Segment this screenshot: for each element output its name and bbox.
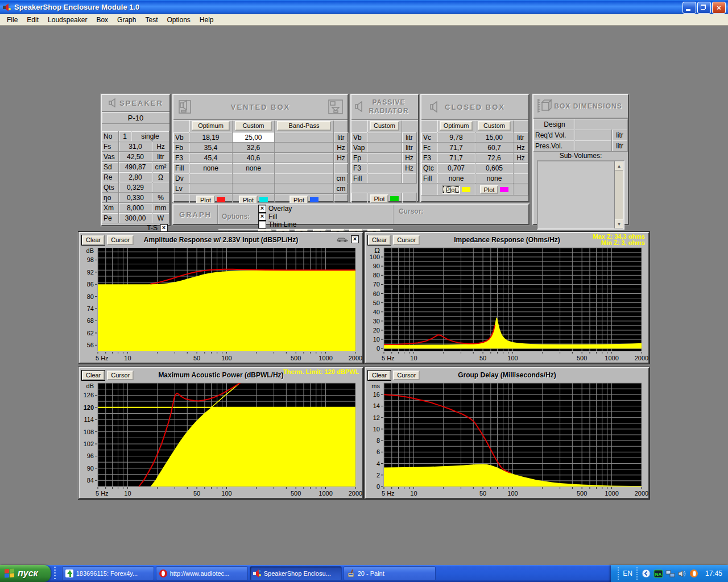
- network-icon[interactable]: [665, 569, 675, 579]
- scroll-up-button[interactable]: ▲: [615, 161, 623, 171]
- max-power-plot-area[interactable]: 849096102108114120126dB5 Hz1050100500100…: [80, 382, 362, 498]
- vented-value-cell[interactable]: 25,00: [233, 132, 275, 143]
- closed-plot-button-2[interactable]: Plot: [480, 185, 499, 194]
- car-response-checkbox[interactable]: ×: [351, 235, 359, 243]
- speaker-no-mode[interactable]: single: [131, 131, 169, 142]
- vented-value-cell[interactable]: [189, 173, 233, 184]
- vented-value-cell[interactable]: [275, 132, 334, 143]
- closed-value-cell[interactable]: 71,7: [437, 143, 475, 153]
- passive-value-cell[interactable]: [367, 153, 402, 163]
- max-power-clear-button[interactable]: Clear: [82, 371, 105, 380]
- closed-optimum-button[interactable]: Optimum: [440, 121, 473, 131]
- restore-button[interactable]: [697, 2, 711, 14]
- window-titlebar[interactable]: SpeakerShop Enclosure Module 1.0 ×: [0, 0, 728, 14]
- vented-value-cell[interactable]: none: [189, 163, 233, 173]
- amplitude-cursor-button[interactable]: Cursor: [107, 235, 134, 245]
- passive-plot-button-1[interactable]: Plot: [370, 194, 389, 203]
- vented-value-cell[interactable]: [275, 173, 334, 184]
- menu-graph[interactable]: Graph: [113, 15, 140, 25]
- impedance-plot-area[interactable]: 0102030405060708090100Ω5 Hz1050100500100…: [366, 247, 648, 363]
- start-button[interactable]: пуск: [0, 565, 51, 582]
- vented-value-cell[interactable]: [189, 184, 233, 194]
- passive-value-cell[interactable]: [367, 132, 402, 143]
- passive-value-cell[interactable]: [367, 143, 402, 153]
- minimize-button[interactable]: [682, 2, 696, 14]
- vented-bandpass-button[interactable]: Band-Pass: [277, 121, 331, 131]
- menu-file[interactable]: File: [2, 15, 22, 25]
- vented-value-cell[interactable]: 32,6: [233, 143, 275, 153]
- quick-launch-separator[interactable]: [52, 567, 57, 580]
- vented-value-cell[interactable]: 35,4: [189, 143, 233, 153]
- closed-value-cell[interactable]: none: [475, 173, 514, 184]
- vented-plot-button-3[interactable]: Plot: [289, 196, 308, 204]
- fill-checkbox[interactable]: ×: [258, 213, 266, 221]
- hide-icons-chevron[interactable]: [642, 569, 651, 579]
- task-forex[interactable]: 183696115: Forex4y...: [62, 566, 154, 581]
- menu-loudspeaker[interactable]: Loudspeaker: [43, 15, 92, 25]
- speaker-model[interactable]: P-10: [102, 112, 169, 124]
- vented-value-cell[interactable]: 40,6: [233, 153, 275, 163]
- design-button[interactable]: Design: [533, 119, 574, 130]
- tray-grip[interactable]: [618, 567, 619, 580]
- vented-value-cell[interactable]: [233, 173, 275, 184]
- impedance-cursor-button[interactable]: Cursor: [393, 235, 420, 245]
- param-value[interactable]: 0,330: [119, 193, 152, 203]
- passive-custom-button[interactable]: Custom: [370, 121, 399, 131]
- closed-value-cell[interactable]: 71,7: [437, 153, 475, 163]
- closed-plot-button-1[interactable]: Plot: [442, 185, 461, 194]
- vented-value-cell[interactable]: none: [233, 163, 275, 173]
- closed-value-cell[interactable]: 0,707: [437, 163, 475, 173]
- param-value[interactable]: 300,00: [119, 213, 152, 223]
- menu-edit[interactable]: Edit: [22, 15, 43, 25]
- menu-options[interactable]: Options: [162, 15, 195, 25]
- param-value[interactable]: 0,329: [119, 182, 152, 193]
- thin-line-checkbox[interactable]: [258, 221, 266, 228]
- task-speakershop[interactable]: SpeakerShop Enclosu...: [250, 566, 342, 581]
- vented-value-cell[interactable]: 45,4: [189, 153, 233, 163]
- param-value[interactable]: 42,50: [119, 152, 152, 162]
- menu-help[interactable]: Help: [195, 15, 218, 25]
- language-indicator[interactable]: EN: [623, 569, 632, 577]
- closed-custom-button[interactable]: Custom: [478, 121, 511, 131]
- volume-icon[interactable]: [677, 569, 687, 579]
- ts-checkbox[interactable]: ×: [160, 224, 168, 232]
- group-delay-clear-button[interactable]: Clear: [368, 371, 391, 380]
- amplitude-plot-area[interactable]: 5662687480869298dB5 Hz105010050010002000: [80, 247, 362, 363]
- vented-value-cell[interactable]: [275, 163, 334, 173]
- box-dim-value[interactable]: [574, 130, 612, 141]
- vented-plot-button-1[interactable]: Plot: [196, 196, 215, 204]
- scroll-down-button[interactable]: ▼: [615, 219, 623, 228]
- closed-value-cell[interactable]: none: [437, 173, 475, 184]
- vented-value-cell[interactable]: [233, 184, 275, 194]
- menu-test[interactable]: Test: [140, 15, 162, 25]
- vented-custom-button[interactable]: Custom: [235, 121, 272, 131]
- param-value[interactable]: 31,0: [119, 142, 152, 152]
- closed-value-cell[interactable]: 0,605: [475, 163, 514, 173]
- impedance-clear-button[interactable]: Clear: [368, 235, 391, 245]
- passive-value-cell[interactable]: [367, 173, 402, 184]
- close-button[interactable]: ×: [712, 2, 726, 14]
- vented-optimum-button[interactable]: Optimum: [192, 121, 230, 131]
- group-delay-cursor-button[interactable]: Cursor: [393, 371, 420, 380]
- param-value[interactable]: 490,87: [119, 162, 152, 172]
- amplitude-clear-button[interactable]: Clear: [82, 235, 105, 245]
- closed-value-cell[interactable]: 9,78: [437, 132, 475, 143]
- sub-volumes-scrollbar[interactable]: ▲ ▼: [614, 161, 623, 228]
- task-opera[interactable]: http://www.audiotec...: [156, 566, 248, 581]
- clock[interactable]: 17:45: [705, 569, 722, 577]
- speaker-no-value[interactable]: 1: [119, 131, 131, 142]
- passive-value-cell[interactable]: [367, 163, 402, 173]
- task-paint[interactable]: 20 - Paint: [344, 566, 436, 581]
- menu-box[interactable]: Box: [92, 15, 113, 25]
- closed-value-cell[interactable]: 15,00: [475, 132, 514, 143]
- vented-value-cell[interactable]: 18,19: [189, 132, 233, 143]
- closed-value-cell[interactable]: 72,6: [475, 153, 514, 163]
- param-value[interactable]: 2,80: [119, 172, 152, 182]
- max-power-cursor-button[interactable]: Cursor: [107, 371, 134, 380]
- vented-value-cell[interactable]: [275, 153, 334, 163]
- overlay-checkbox[interactable]: ×: [258, 205, 266, 213]
- na-indicator[interactable]: NA: [653, 569, 663, 579]
- opera-tray-icon[interactable]: [689, 569, 699, 579]
- vented-value-cell[interactable]: [275, 184, 334, 194]
- vented-plot-button-2[interactable]: Plot: [239, 196, 258, 204]
